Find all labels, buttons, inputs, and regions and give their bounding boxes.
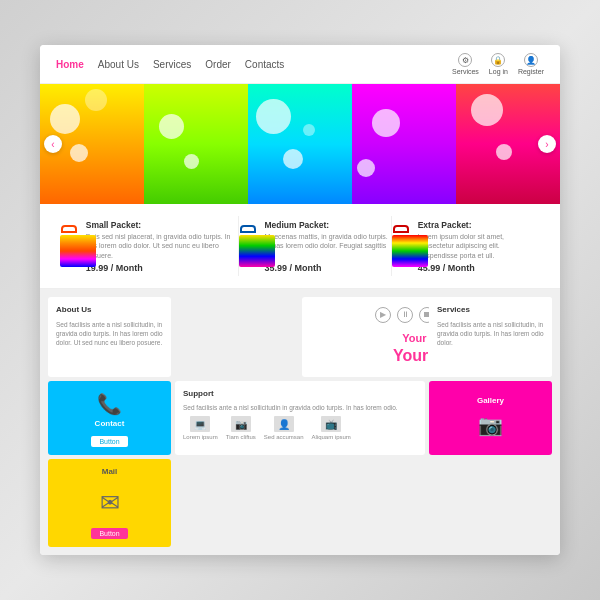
packet-small-info: Small Packet: Duis sed nisl placerat, in… (86, 220, 239, 272)
nav-register-icon-item[interactable]: 👤 Register (518, 53, 544, 75)
nav-order[interactable]: Order (205, 59, 231, 70)
packet-small-desc: Duis sed nisl placerat, in gravida odio … (86, 232, 239, 259)
packet-medium-desc: Maecenas mattis, in gravida odio turpis.… (264, 232, 391, 259)
nav-login-icon-item[interactable]: 🔒 Log in (489, 53, 508, 75)
camera-large-icon: 📷 (478, 412, 503, 438)
bag-medium-icon (239, 225, 257, 267)
camera-icon: 📷 (231, 416, 251, 432)
packet-small: Small Packet: Duis sed nisl placerat, in… (60, 220, 238, 272)
play-icon[interactable]: ▶ (375, 307, 391, 323)
contact-title: Contact (95, 419, 125, 429)
navigation: Home About Us Services Order Contacts ⚙ … (40, 45, 560, 84)
laptop-icon: 💻 (190, 416, 210, 432)
user-icon: 👤 (524, 53, 538, 67)
nav-services-label: Services (452, 68, 479, 75)
support-item-4: 📺 Aliquam ipsum (312, 416, 351, 442)
services-title: Services (437, 305, 544, 315)
person-icon: 👤 (274, 416, 294, 432)
packet-extra: Extra Packet: Lorem ipsum dolor sit amet… (392, 220, 540, 272)
packet-medium-info: Medium Packet: Maecenas mattis, in gravi… (264, 220, 391, 272)
nav-about[interactable]: About Us (98, 59, 139, 70)
lock-icon: 🔒 (491, 53, 505, 67)
packet-medium-name: Medium Packet: (264, 220, 391, 230)
video-icon: 📺 (321, 416, 341, 432)
support-item-2: 📷 Tiam cliftus (226, 416, 256, 442)
nav-right: ⚙ Services 🔒 Log in 👤 Register (452, 53, 544, 75)
mail-title: Mail (102, 467, 118, 477)
contact-card: 📞 Contact Button (48, 381, 171, 455)
packet-medium: Medium Packet: Maecenas mattis, in gravi… (239, 220, 392, 272)
bag-small-icon (60, 225, 78, 267)
hero-prev-button[interactable]: ‹ (44, 135, 62, 153)
mail-card: Mail ✉ Button (48, 459, 171, 547)
bag-extra-icon (392, 225, 410, 267)
packet-medium-price: 35.99 / Month (264, 263, 391, 273)
nav-home[interactable]: Home (56, 59, 84, 70)
services-text: Sed facilisis ante a nisl sollicitudin, … (437, 320, 544, 347)
gallery-title: Gallery (477, 396, 504, 406)
support-text: Sed facilisis ante a nisl sollicitudin i… (183, 403, 417, 412)
support-card: Support Sed facilisis ante a nisl sollic… (175, 381, 425, 455)
mail-icon: ✉ (100, 487, 120, 518)
hero-slider: ‹ › (40, 84, 560, 204)
hero-next-button[interactable]: › (538, 135, 556, 153)
mail-button[interactable]: Button (91, 528, 127, 539)
support-items: 💻 Lorem ipsum 📷 Tiam cliftus 👤 Sed accum… (183, 416, 417, 442)
pause-icon[interactable]: ⏸ (397, 307, 413, 323)
about-title: About Us (56, 305, 163, 315)
about-card: About Us Sed facilisis ante a nisl solli… (48, 297, 171, 376)
nav-services-icon-item[interactable]: ⚙ Services (452, 53, 479, 75)
gallery-card: Gallery 📷 Button (429, 381, 552, 455)
services-icon: ⚙ (458, 53, 472, 67)
nav-register-label: Register (518, 68, 544, 75)
support-item-1: 💻 Lorem ipsum (183, 416, 218, 442)
nav-login-label: Log in (489, 68, 508, 75)
packets-section: Small Packet: Duis sed nisl placerat, in… (40, 204, 560, 289)
hero-col-3 (248, 84, 352, 204)
bottom-grid: About Us Sed facilisis ante a nisl solli… (40, 289, 560, 554)
packet-extra-name: Extra Packet: (418, 220, 540, 230)
support-item-3: 👤 Sed accumsan (264, 416, 304, 442)
hero-col-4 (352, 84, 456, 204)
nav-contacts[interactable]: Contacts (245, 59, 284, 70)
hero-col-2 (144, 84, 248, 204)
contact-icon: 📞 (97, 391, 122, 417)
about-text: Sed facilisis ante a nisl sollicitudin, … (56, 320, 163, 347)
packet-extra-info: Extra Packet: Lorem ipsum dolor sit amet… (418, 220, 540, 272)
packet-extra-desc: Lorem ipsum dolor sit amet, consectetur … (418, 232, 540, 259)
services-card: Services Sed facilisis ante a nisl solli… (429, 297, 552, 376)
nav-services[interactable]: Services (153, 59, 191, 70)
contact-button[interactable]: Button (91, 436, 127, 447)
packet-extra-price: 45.99 / Month (418, 263, 540, 273)
support-title: Support (183, 389, 417, 399)
packet-small-price: 19.99 / Month (86, 263, 239, 273)
packet-small-name: Small Packet: (86, 220, 239, 230)
website-mockup: Home About Us Services Order Contacts ⚙ … (40, 45, 560, 554)
nav-links: Home About Us Services Order Contacts (56, 59, 452, 70)
